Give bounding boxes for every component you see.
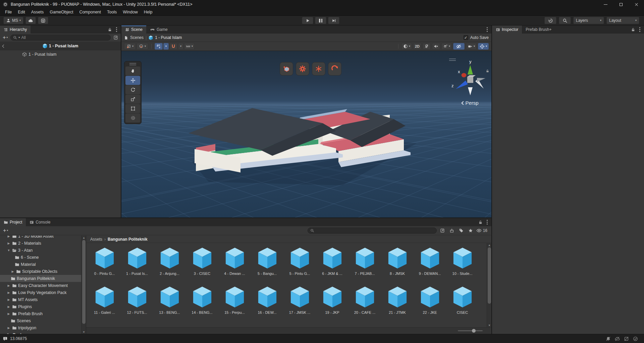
asset-item[interactable]: 14 - BENG...	[186, 282, 218, 321]
background-tasks-done-icon[interactable]	[633, 336, 638, 341]
asset-item[interactable]: 12 - FUTS...	[121, 282, 153, 321]
handle-rotation-button[interactable]: ▾	[137, 43, 148, 50]
asset-grid-scrollbar[interactable]: ▲ ▼	[487, 243, 491, 327]
auto-refresh-disabled-icon[interactable]	[624, 336, 629, 341]
tree-item[interactable]: ▼3 - Atan	[0, 247, 86, 254]
breadcrumb-assets[interactable]: Assets	[90, 237, 102, 242]
tree-item-selected[interactable]: Bangunan Politeknik	[0, 275, 86, 282]
expand-arrow-icon[interactable]: ▶	[7, 284, 11, 287]
rotate-tool-button[interactable]	[125, 85, 140, 94]
asset-item[interactable]: 16 - DEW...	[251, 282, 283, 321]
menu-file[interactable]: File	[2, 9, 15, 15]
expand-arrow-icon[interactable]: ▶	[7, 305, 11, 308]
open-in-search-button[interactable]	[112, 35, 119, 41]
shading-mode-button[interactable]: ▾	[401, 43, 412, 50]
project-create-button[interactable]: + ▾	[2, 228, 9, 234]
asset-item[interactable]: 17 - JMSK ...	[283, 282, 316, 321]
tree-item[interactable]: ▶Low Poly Vegetation Pack	[0, 289, 86, 296]
layout-dropdown[interactable]: Layout ▾	[606, 17, 639, 24]
hierarchy-search-input[interactable]: ▾ All	[10, 35, 111, 41]
asset-item[interactable]: 9 - DEWAN...	[414, 243, 446, 282]
asset-item[interactable]: 7 - PEJAB...	[348, 243, 381, 282]
open-in-search-button[interactable]	[439, 227, 446, 234]
tree-item[interactable]: Material	[0, 261, 86, 268]
expand-arrow-icon[interactable]: ▶	[7, 236, 11, 238]
tab-scene[interactable]: Scene	[121, 26, 146, 34]
tab-prefab-brush[interactable]: Prefab Brush+	[522, 26, 555, 34]
asset-item[interactable]: 15 - Perpu...	[218, 282, 251, 321]
account-button[interactable]: MS ▾	[3, 17, 23, 24]
grid-snap-dropdown[interactable]: ▾	[163, 43, 169, 50]
scene-menu-button[interactable]	[487, 27, 488, 32]
camera-settings-button[interactable]: ▾	[466, 43, 477, 50]
handle-position-button[interactable]: ▾	[124, 43, 136, 50]
rect-tool-button[interactable]	[125, 104, 140, 113]
scrollbar-thumb[interactable]	[488, 247, 491, 304]
audio-mute-button[interactable]	[432, 43, 440, 50]
tree-item[interactable]: ▶Easy Character Movement	[0, 282, 86, 289]
menu-assets[interactable]: Assets	[28, 9, 47, 15]
increment-snap-button[interactable]: ▾	[184, 43, 195, 50]
prefab-settings-button[interactable]	[296, 62, 309, 76]
tree-item[interactable]: ▶tripolygon	[0, 324, 86, 331]
hidden-objects-button[interactable]	[453, 43, 465, 50]
status-message[interactable]: 13.06875	[10, 336, 27, 341]
tree-item[interactable]: ▶Plugins	[0, 303, 86, 310]
expand-arrow-icon[interactable]: ▶	[7, 242, 11, 245]
expand-arrow-icon[interactable]: ▶	[7, 291, 11, 294]
menu-gameobject[interactable]: GameObject	[47, 9, 76, 15]
prefab-back-button[interactable]	[0, 45, 7, 47]
inspector-lock-button[interactable]	[631, 28, 635, 32]
save-search-button[interactable]	[467, 227, 474, 234]
move-tool-button[interactable]	[125, 76, 140, 85]
asset-item[interactable]: CISEC	[446, 282, 479, 321]
gizmos-button[interactable]: ▾	[478, 43, 489, 50]
search-by-label-button[interactable]	[458, 227, 465, 234]
asset-item[interactable]: 5 - Bangu...	[251, 243, 283, 282]
prefab-rotate-button[interactable]	[328, 62, 341, 76]
version-control-button[interactable]	[38, 17, 48, 24]
asset-item[interactable]: 1 - Pusat Is...	[121, 243, 153, 282]
asset-item[interactable]: 10 - Stude...	[446, 243, 479, 282]
undo-history-button[interactable]	[544, 17, 556, 24]
asset-item[interactable]: 21 - JTMK	[381, 282, 414, 321]
cloud-disabled-icon[interactable]	[615, 336, 620, 341]
snap-toggle-button[interactable]	[169, 43, 177, 50]
tab-inspector[interactable]: Inspector	[492, 26, 522, 34]
asset-item[interactable]: 11 - Galeri ...	[88, 282, 121, 321]
asset-item[interactable]: 2 - Anjung...	[153, 243, 186, 282]
tree-item[interactable]: Scenes	[0, 317, 86, 324]
scroll-up-icon[interactable]: ▲	[487, 243, 491, 247]
hierarchy-item[interactable]: 1 - Pusat Islam	[0, 50, 121, 58]
expand-arrow-icon[interactable]: ▶	[7, 312, 11, 315]
menu-edit[interactable]: Edit	[15, 9, 28, 15]
expand-arrow-icon[interactable]: ▶	[7, 298, 11, 301]
scroll-down-icon[interactable]: ▼	[487, 323, 491, 327]
tree-item-packages[interactable]: ▶Packages	[0, 331, 86, 334]
play-button[interactable]	[302, 17, 313, 24]
scrollbar-thumb[interactable]	[82, 240, 86, 324]
asset-item[interactable]: 0 - Pintu G...	[88, 243, 121, 282]
asset-zoom-slider[interactable]	[458, 330, 483, 331]
tree-scrollbar[interactable]: ▲ ▼	[81, 236, 86, 334]
tree-item[interactable]: 6 - Scene	[0, 254, 86, 261]
asset-item[interactable]: 3 - CISEC	[186, 243, 218, 282]
slider-knob[interactable]	[472, 329, 476, 333]
maximize-button[interactable]	[613, 0, 629, 9]
notifications-muted-icon[interactable]	[606, 336, 611, 341]
tree-item[interactable]: ▶1 - 3D Model Asset	[0, 236, 86, 240]
tree-item[interactable]: ▶Scriptable ObJects	[0, 268, 86, 275]
close-button[interactable]	[629, 0, 644, 9]
asset-item[interactable]: 22 - JKE	[414, 282, 446, 321]
tree-item[interactable]: ▶Prefab Brush	[0, 310, 86, 317]
asset-item[interactable]: 20 - CAFE ...	[348, 282, 381, 321]
collapse-arrow-icon[interactable]: ▼	[7, 249, 11, 252]
search-button[interactable]	[559, 17, 571, 24]
hierarchy-menu-button[interactable]	[116, 27, 117, 32]
breadcrumb-current-prefab[interactable]: 1 - Pusat Islam	[155, 35, 182, 40]
grid-snap-button[interactable]	[155, 43, 163, 50]
asset-item[interactable]: 6 - JKM & ...	[316, 243, 348, 282]
transform-tool-button[interactable]	[125, 113, 140, 122]
asset-item[interactable]: 13 - BENG...	[153, 282, 186, 321]
menu-window[interactable]: Window	[120, 9, 141, 15]
